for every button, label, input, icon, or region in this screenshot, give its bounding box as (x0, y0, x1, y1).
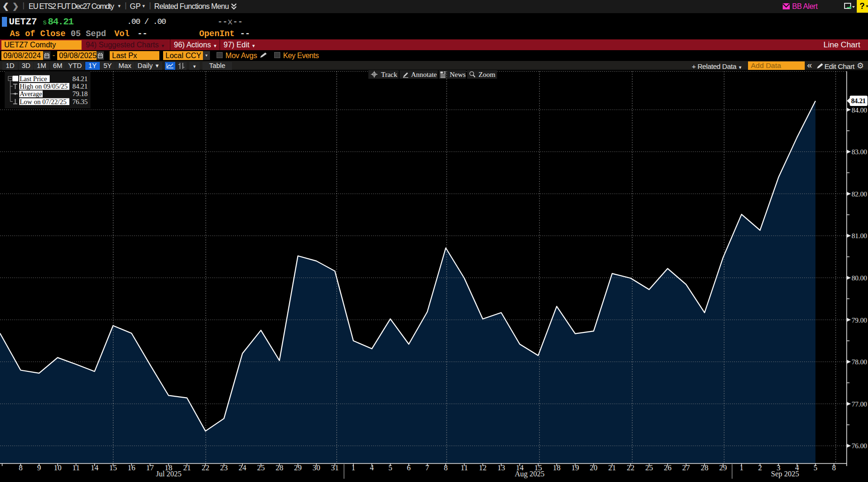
svg-text:19: 19 (571, 463, 579, 472)
svg-text:22: 22 (627, 463, 635, 472)
svg-text:1: 1 (352, 463, 355, 472)
svg-text:82.00: 82.00 (852, 190, 867, 198)
svg-text:83.00: 83.00 (852, 148, 867, 156)
svg-text:79.00: 79.00 (852, 316, 867, 324)
svg-text:26: 26 (664, 463, 672, 472)
svg-text:20: 20 (590, 463, 598, 472)
svg-text:8: 8 (444, 463, 448, 472)
svg-text:28: 28 (701, 463, 709, 472)
svg-text:25: 25 (257, 463, 265, 472)
svg-text:Average: Average (20, 90, 42, 98)
svg-text:84.21: 84.21 (72, 83, 88, 90)
svg-text:5: 5 (389, 463, 392, 472)
svg-text:Aug 2025: Aug 2025 (515, 470, 545, 478)
svg-text:29: 29 (719, 463, 727, 472)
svg-text:Zoom: Zoom (479, 71, 495, 78)
svg-text:17: 17 (146, 463, 154, 472)
svg-text:84.21: 84.21 (851, 97, 866, 105)
svg-text:21: 21 (608, 463, 616, 472)
svg-text:5: 5 (814, 463, 817, 472)
svg-text:27: 27 (682, 463, 690, 472)
svg-text:11: 11 (72, 463, 80, 472)
svg-text:8: 8 (832, 463, 836, 472)
svg-text:76.35: 76.35 (72, 98, 88, 105)
svg-text:23: 23 (220, 463, 228, 472)
svg-text:Track: Track (381, 71, 397, 78)
svg-text:2: 2 (758, 463, 762, 472)
svg-text:84.21: 84.21 (72, 75, 88, 83)
svg-text:30: 30 (313, 463, 321, 472)
svg-text:6: 6 (407, 463, 411, 472)
svg-text:18: 18 (553, 463, 561, 472)
svg-text:7: 7 (426, 463, 429, 472)
svg-text:Low on 07/22/25: Low on 07/22/25 (20, 98, 67, 105)
svg-text:77.00: 77.00 (852, 400, 867, 408)
svg-text:News: News (450, 71, 466, 78)
svg-text:29: 29 (294, 463, 302, 472)
svg-text:9: 9 (37, 463, 41, 472)
svg-text:14: 14 (91, 463, 99, 472)
svg-text:13: 13 (497, 463, 505, 472)
svg-text:80.00: 80.00 (852, 274, 867, 282)
svg-text:High on 09/05/25: High on 09/05/25 (20, 83, 67, 90)
svg-text:Last Price: Last Price (20, 75, 47, 83)
svg-text:25: 25 (645, 463, 653, 472)
svg-text:31: 31 (331, 463, 339, 472)
svg-text:8: 8 (19, 463, 22, 472)
svg-text:1: 1 (740, 463, 743, 472)
svg-text:28: 28 (276, 463, 284, 472)
svg-text:78.00: 78.00 (852, 358, 867, 366)
svg-text:Jul 2025: Jul 2025 (156, 470, 182, 478)
svg-text:24: 24 (239, 463, 247, 472)
svg-text:Annotate: Annotate (411, 71, 437, 78)
svg-text:4: 4 (370, 463, 374, 472)
svg-text:10: 10 (54, 463, 62, 472)
svg-text:15: 15 (109, 463, 117, 472)
svg-text:76.00: 76.00 (852, 442, 867, 450)
svg-text:81.00: 81.00 (852, 232, 867, 240)
svg-text:79.18: 79.18 (72, 90, 88, 98)
svg-text:11: 11 (461, 463, 468, 472)
svg-text:21: 21 (183, 463, 191, 472)
svg-text:16: 16 (127, 463, 135, 472)
svg-text:12: 12 (479, 463, 487, 472)
svg-text:Sep 2025: Sep 2025 (771, 470, 799, 478)
svg-text:22: 22 (202, 463, 210, 472)
svg-text:84.00: 84.00 (852, 106, 867, 114)
